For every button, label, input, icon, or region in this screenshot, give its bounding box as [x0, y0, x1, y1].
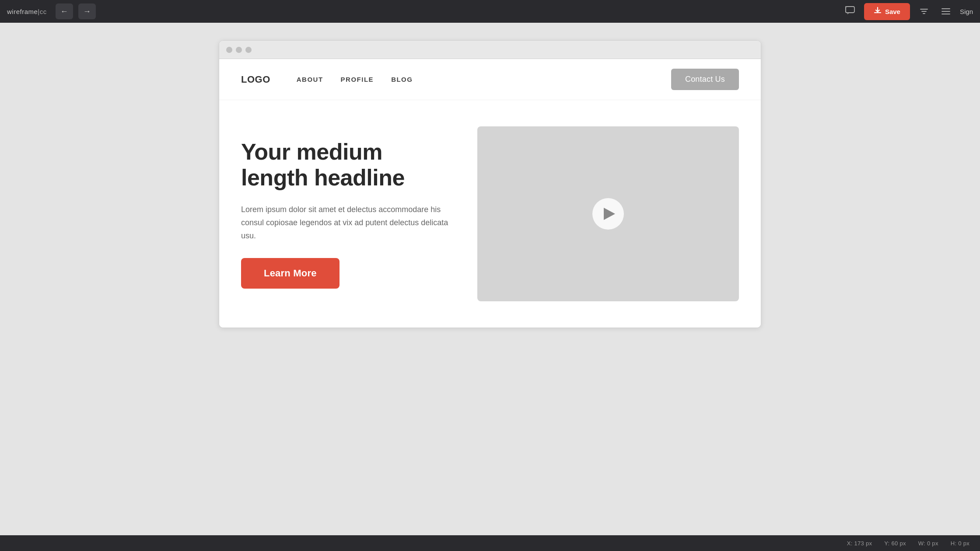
y-value: 60 px [891, 540, 906, 547]
canvas-area: LOGO ABOUT PROFILE BLOG Contact Us Your … [0, 23, 980, 551]
hero-right [477, 126, 739, 301]
toolbar-right: Save Sign [842, 3, 973, 20]
site-navbar: LOGO ABOUT PROFILE BLOG Contact Us [219, 59, 761, 100]
menu-button[interactable] [938, 3, 954, 19]
nav-profile[interactable]: PROFILE [341, 76, 374, 83]
comment-icon [845, 6, 855, 17]
status-y: Y: 60 px [884, 540, 906, 547]
logo-accent: |cc [38, 8, 46, 15]
website-content: LOGO ABOUT PROFILE BLOG Contact Us Your … [219, 59, 761, 328]
browser-dot-red [226, 47, 232, 53]
app-logo: wireframe|cc [7, 8, 47, 15]
browser-dot-yellow [236, 47, 242, 53]
redo-icon [83, 7, 91, 16]
status-h: H: 0 px [951, 540, 970, 547]
learn-more-button[interactable]: Learn More [241, 258, 340, 289]
play-icon [604, 208, 615, 220]
status-bar: X: 173 px Y: 60 px W: 0 px H: 0 px [0, 535, 980, 551]
logo-text: wireframe [7, 8, 38, 15]
nav-blog[interactable]: BLOG [391, 76, 413, 83]
site-logo: LOGO [241, 74, 270, 85]
contact-us-button[interactable]: Contact Us [671, 69, 739, 90]
w-label: W: [918, 540, 925, 547]
browser-chrome [219, 41, 761, 59]
hamburger-icon [942, 8, 950, 15]
svg-rect-0 [846, 7, 854, 13]
undo-button[interactable] [56, 3, 73, 19]
save-label: Save [885, 8, 900, 15]
w-value: 0 px [927, 540, 938, 547]
sign-label[interactable]: Sign [960, 8, 973, 15]
undo-icon [60, 7, 68, 16]
play-button[interactable] [592, 198, 624, 230]
comment-button[interactable] [842, 3, 858, 19]
save-button[interactable]: Save [864, 3, 910, 20]
toolbar: wireframe|cc Save [0, 0, 980, 23]
hero-section: Your medium length headline Lorem ipsum … [219, 100, 761, 328]
video-placeholder [477, 126, 739, 301]
status-w: W: 0 px [918, 540, 938, 547]
hero-headline: Your medium length headline [241, 139, 451, 192]
status-x: X: 173 px [847, 540, 872, 547]
y-label: Y: [884, 540, 889, 547]
browser-mockup: LOGO ABOUT PROFILE BLOG Contact Us Your … [219, 40, 761, 328]
h-value: 0 px [958, 540, 970, 547]
hero-left: Your medium length headline Lorem ipsum … [241, 139, 451, 289]
redo-button[interactable] [78, 3, 96, 19]
nav-about[interactable]: ABOUT [297, 76, 323, 83]
x-label: X: [847, 540, 853, 547]
save-icon [874, 7, 882, 17]
site-nav-links: ABOUT PROFILE BLOG [297, 76, 671, 83]
filter-icon [920, 7, 928, 15]
filter-button[interactable] [916, 3, 932, 19]
browser-dot-green [245, 47, 252, 53]
hero-body: Lorem ipsum dolor sit amet et delectus a… [241, 203, 451, 242]
h-label: H: [951, 540, 957, 547]
x-value: 173 px [854, 540, 872, 547]
